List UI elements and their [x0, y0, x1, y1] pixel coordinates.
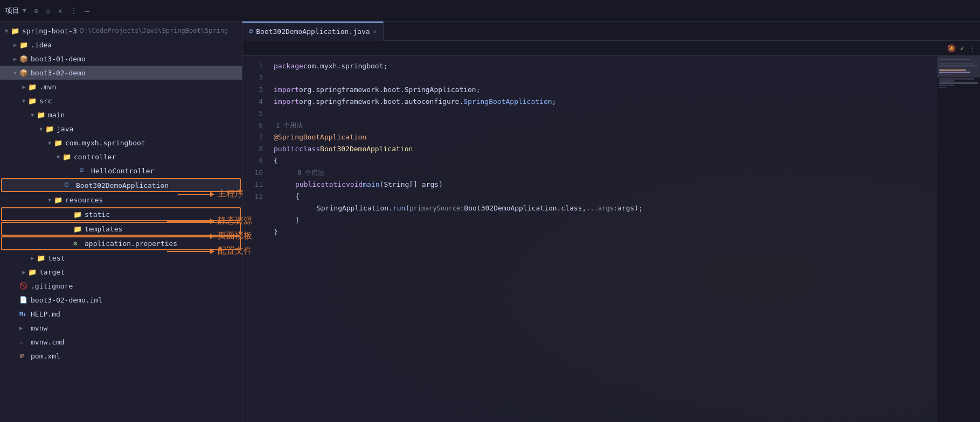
sidebar-item-boot3-01-demo[interactable]: ▶ 📦 boot3-01-demo: [0, 52, 242, 66]
code-content: 1 2 3 4 5 6 7 8 9 10 11 12: [242, 56, 980, 422]
arrow-icon: ▶: [28, 255, 37, 261]
sidebar-item-help-md[interactable]: M↓ HELP.md: [0, 307, 242, 321]
sidebar-item-target[interactable]: ▶ 📁 target: [0, 265, 242, 279]
folder-icon: 📁: [37, 111, 46, 119]
code-editor[interactable]: package com.myxh.springboot; import org.…: [269, 56, 937, 422]
code-line-12: }: [274, 214, 937, 226]
more-icon[interactable]: ⋮: [70, 6, 78, 15]
sidebar-item-mvn[interactable]: ▶ 📁 .mvn: [0, 80, 242, 94]
code-text: SpringApplication.: [317, 202, 393, 214]
sidebar: ▼ 📁 spring-boot-3 D:\CodeProjects\Java\S…: [0, 22, 242, 422]
sidebar-item-label: test: [48, 254, 65, 262]
tab-file-icon: ©: [249, 28, 253, 36]
sidebar-item-label: boot3-02-demo: [31, 69, 86, 77]
main-layout: ▼ 📁 spring-boot-3 D:\CodeProjects\Java\S…: [0, 22, 980, 422]
code-text: ;: [552, 96, 557, 108]
sidebar-item-resources[interactable]: ▼ 📁 resources: [0, 193, 242, 207]
code-usage-hint-1: 1 个用法: [274, 119, 937, 131]
chevron-down-icon[interactable]: ▼: [23, 7, 26, 14]
sidebar-item-idea[interactable]: ▶ 📁 .idea: [0, 38, 242, 52]
sidebar-item-src[interactable]: ▼ 📁 src: [0, 94, 242, 108]
diamond-icon[interactable]: ◇: [46, 6, 50, 15]
sidebar-item-label: templates: [85, 225, 122, 233]
tab-close-button[interactable]: ✕: [373, 28, 377, 35]
sidebar-item-templates[interactable]: 📁 templates: [1, 222, 241, 236]
code-text: args);: [617, 202, 643, 214]
code-text: Boot302DemoApplication.class,: [464, 202, 586, 214]
param-hint: primarySource:: [409, 202, 464, 214]
folder-icon: 📁: [28, 268, 38, 276]
sidebar-item-iml[interactable]: 📄 boot3-02-demo.iml: [0, 293, 242, 307]
properties-icon: ⚙: [73, 240, 83, 247]
sidebar-item-pom-xml[interactable]: m pom.xml: [0, 349, 242, 363]
tab-filename: Boot302DemoApplication.java: [256, 27, 370, 36]
minimap-line: [939, 82, 978, 84]
arrow-icon: ▶: [11, 42, 19, 48]
folder-icon: 📁: [19, 41, 29, 49]
sidebar-item-spring-boot-3[interactable]: ▼ 📁 spring-boot-3 D:\CodeProjects\Java\S…: [0, 24, 242, 38]
sidebar-item-label: static: [85, 210, 110, 219]
code-line-6: ● @SpringBootApplication: [274, 131, 937, 143]
line-numbers: 1 2 3 4 5 6 7 8 9 10 11 12: [242, 56, 269, 422]
editor-tab-boot302[interactable]: © Boot302DemoApplication.java ✕: [242, 22, 384, 41]
code-text: ;: [384, 60, 388, 72]
sidebar-item-main[interactable]: ▼ 📁 main: [0, 108, 242, 122]
sidebar-item-label: target: [39, 268, 65, 276]
code-text: }: [295, 214, 300, 226]
param-hint: ...args:: [586, 202, 617, 214]
sidebar-item-label: mvnw.cmd: [31, 338, 65, 346]
spring-annotation: @SpringBootApplication: [274, 131, 366, 143]
sidebar-item-test[interactable]: ▶ 📁 test: [0, 251, 242, 265]
sidebar-item-boot302-application[interactable]: © Boot302DemoApplication: [1, 178, 241, 192]
arrow-icon: ▼: [2, 28, 11, 34]
minimap-line: [939, 87, 947, 88]
arrow-icon: ▼: [28, 112, 37, 118]
code-usage-hint-2: 0 个用法: [274, 167, 937, 179]
sidebar-item-java[interactable]: ▼ 📁 java: [0, 122, 242, 136]
class-icon: ©: [80, 167, 89, 174]
sync-icon[interactable]: ⊕: [34, 6, 38, 15]
code-line-10: {: [274, 191, 937, 202]
sidebar-item-label: Boot302DemoApplication: [76, 181, 169, 189]
minimap-line: [939, 78, 974, 80]
arrow-icon: ▼: [11, 70, 19, 76]
code-text: org.springframework.boot.SpringApplicati…: [299, 84, 481, 96]
sidebar-item-label: java: [57, 125, 73, 133]
code-line-2: [274, 72, 937, 84]
code-text: (: [405, 202, 409, 214]
eye-slash-icon[interactable]: 🔕: [947, 44, 956, 52]
sidebar-item-label: main: [48, 111, 65, 119]
sidebar-item-package[interactable]: ▼ 📁 com.myxh.springboot: [0, 136, 242, 150]
usage-text: 1 个用法: [276, 119, 303, 131]
folder-icon: 📁: [37, 254, 46, 262]
minimap: [937, 56, 980, 422]
sidebar-item-application-properties[interactable]: ⚙ application.properties: [1, 236, 241, 250]
check-icon[interactable]: ✓: [960, 44, 964, 52]
sidebar-item-boot3-02-demo[interactable]: ▼ 📦 boot3-02-demo: [0, 66, 242, 80]
keyword: package: [274, 60, 303, 72]
more-vert-icon[interactable]: ⋮: [969, 44, 976, 52]
code-line-1: package com.myxh.springboot;: [274, 60, 937, 72]
editor-area: © Boot302DemoApplication.java ✕ 🔕 ✓ ⋮ 1 …: [242, 22, 980, 422]
sidebar-item-mvnw[interactable]: ▶ mvnw: [0, 321, 242, 335]
sidebar-item-label: .idea: [31, 41, 52, 49]
sidebar-item-label: HELP.md: [31, 310, 60, 318]
minimap-line: [939, 85, 955, 86]
sidebar-item-static[interactable]: 📁 static: [1, 207, 241, 221]
minimap-viewport: [937, 56, 980, 78]
module-icon: 📦: [19, 69, 29, 77]
maven-icon: m: [19, 352, 29, 360]
sidebar-item-mvnw-cmd[interactable]: ≡ mvnw.cmd: [0, 335, 242, 349]
project-title[interactable]: 项目: [5, 6, 19, 16]
sidebar-item-label: .mvn: [39, 83, 56, 91]
arrow-icon: ▼: [37, 126, 45, 132]
code-line-5: [274, 108, 937, 119]
sidebar-item-controller[interactable]: ▼ 📁 controller: [0, 150, 242, 164]
sidebar-item-hello-controller[interactable]: © HelloController: [0, 164, 242, 178]
top-bar-icons: ⊕ ◇ ✕ ⋮ —: [34, 6, 90, 15]
script-icon: ▶: [19, 325, 29, 332]
minimize-icon[interactable]: —: [85, 6, 89, 15]
sidebar-item-gitignore[interactable]: 🚫 .gitignore: [0, 279, 242, 293]
close-icon[interactable]: ✕: [58, 6, 62, 15]
md-icon: M↓: [19, 311, 29, 318]
